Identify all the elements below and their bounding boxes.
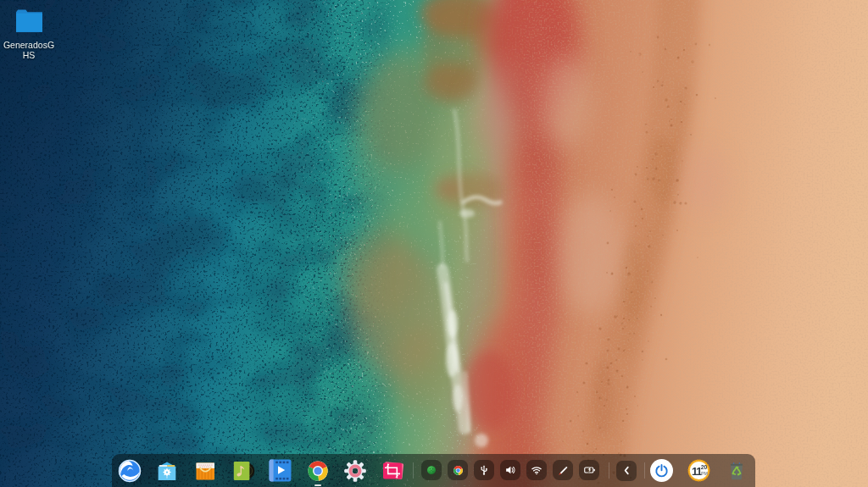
svg-text:20: 20 bbox=[700, 464, 707, 470]
svg-text:PM: PM bbox=[701, 471, 709, 476]
